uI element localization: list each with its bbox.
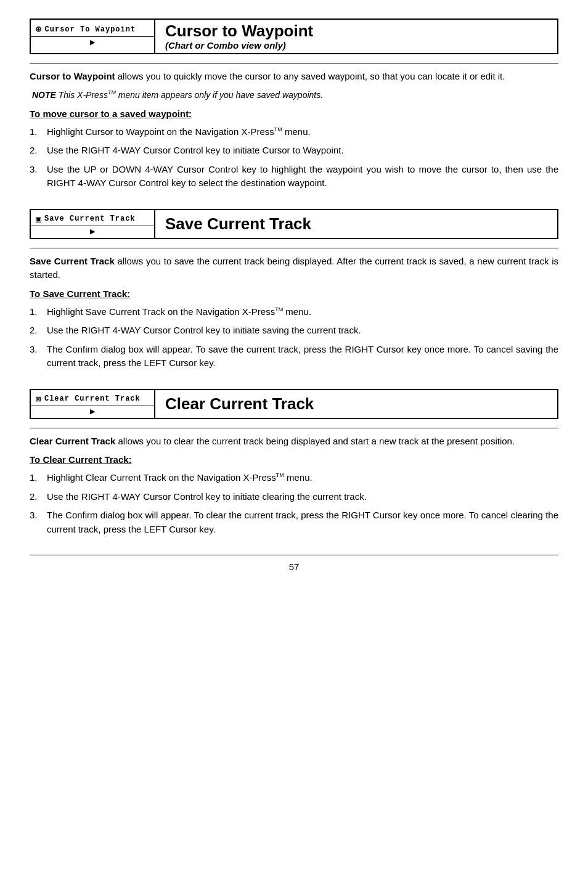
- step-save-2: 2. Use the RIGHT 4-WAY Cursor Control ke…: [30, 324, 558, 338]
- clear-icon-label: Clear Current Track: [44, 394, 141, 403]
- page-number: 57: [30, 555, 558, 572]
- arrow-row-waypoint: ▶: [31, 36, 154, 49]
- steps-list-waypoint: 1. Highlight Cursor to Waypoint on the N…: [30, 125, 558, 190]
- arrow-row-save: ▶: [31, 226, 154, 238]
- clear-icon: ⊠: [36, 394, 41, 404]
- section-title-area-save: Save Current Track: [155, 210, 321, 238]
- steps-list-save: 1. Highlight Save Current Track on the N…: [30, 305, 558, 370]
- right-arrow-icon-save: ▶: [90, 227, 95, 235]
- section-title-save: Save Current Track: [165, 215, 311, 233]
- note-rest-waypoint: This X-PressTM menu item appears only if…: [56, 90, 323, 100]
- section-subtitle-waypoint: (Chart or Combo view only): [165, 40, 313, 51]
- step-waypoint-1: 1. Highlight Cursor to Waypoint on the N…: [30, 125, 558, 139]
- rule-clear: [30, 428, 558, 428]
- note-waypoint: NOTE This X-PressTM menu item appears on…: [32, 89, 558, 100]
- step-clear-1: 1. Highlight Clear Current Track on the …: [30, 471, 558, 485]
- subheading-save: To Save Current Track:: [30, 288, 558, 299]
- rule-save: [30, 248, 558, 248]
- intro-bold-waypoint: Cursor to Waypoint: [30, 71, 115, 81]
- rule-waypoint: [30, 63, 558, 63]
- intro-clear: Clear Current Track allows you to clear …: [30, 435, 558, 449]
- step-save-1: 1. Highlight Save Current Track on the N…: [30, 305, 558, 319]
- step-save-3: 3. The Confirm dialog box will appear. T…: [30, 343, 558, 370]
- step-clear-3: 3. The Confirm dialog box will appear. T…: [30, 508, 558, 536]
- waypoint-icon-label: Cursor To Waypoint: [45, 25, 136, 34]
- intro-waypoint: Cursor to Waypoint allows you to quickly…: [30, 70, 558, 84]
- section-header-waypoint: ⊕ Cursor To Waypoint ▶ Cursor to Waypoin…: [30, 18, 558, 54]
- waypoint-icon: ⊕: [36, 23, 42, 35]
- intro-rest-clear: allows you to clear the current track be…: [115, 436, 515, 446]
- intro-bold-save: Save Current Track: [30, 256, 115, 266]
- section-header-save: ▣ Save Current Track ▶ Save Current Trac…: [30, 209, 558, 239]
- save-current-track-section: ▣ Save Current Track ▶ Save Current Trac…: [30, 209, 558, 370]
- save-icon: ▣: [36, 214, 41, 224]
- section-title-area-waypoint: Cursor to Waypoint (Chart or Combo view …: [155, 20, 323, 53]
- arrow-row-clear: ▶: [31, 406, 154, 418]
- intro-rest-waypoint: allows you to quickly move the cursor to…: [115, 71, 505, 81]
- icon-box-save: ▣ Save Current Track ▶: [31, 210, 155, 238]
- step-waypoint-2: 2. Use the RIGHT 4-WAY Cursor Control ke…: [30, 144, 558, 158]
- subheading-waypoint: To move cursor to a saved waypoint:: [30, 108, 558, 119]
- intro-save: Save Current Track allows you to save th…: [30, 255, 558, 282]
- clear-current-track-section: ⊠ Clear Current Track ▶ Clear Current Tr…: [30, 389, 558, 537]
- section-header-clear: ⊠ Clear Current Track ▶ Clear Current Tr…: [30, 389, 558, 419]
- section-title-waypoint: Cursor to Waypoint: [165, 22, 313, 40]
- cursor-to-waypoint-section: ⊕ Cursor To Waypoint ▶ Cursor to Waypoin…: [30, 18, 558, 190]
- right-arrow-icon-clear: ▶: [90, 407, 95, 415]
- step-clear-2: 2. Use the RIGHT 4-WAY Cursor Control ke…: [30, 490, 558, 504]
- step-waypoint-3: 3. Use the UP or DOWN 4-WAY Cursor Contr…: [30, 163, 558, 190]
- save-icon-label: Save Current Track: [44, 214, 136, 223]
- note-label-waypoint: NOTE: [32, 90, 56, 100]
- icon-box-clear: ⊠ Clear Current Track ▶: [31, 390, 155, 418]
- icon-box-waypoint: ⊕ Cursor To Waypoint ▶: [31, 20, 155, 53]
- steps-list-clear: 1. Highlight Clear Current Track on the …: [30, 471, 558, 536]
- icon-label-save: ▣ Save Current Track: [31, 210, 154, 226]
- section-title-area-clear: Clear Current Track: [155, 390, 324, 418]
- right-arrow-icon-waypoint: ▶: [90, 38, 95, 46]
- subheading-clear: To Clear Current Track:: [30, 454, 558, 465]
- section-title-clear: Clear Current Track: [165, 395, 314, 413]
- intro-bold-clear: Clear Current Track: [30, 436, 115, 446]
- icon-label-clear: ⊠ Clear Current Track: [31, 390, 154, 406]
- icon-label-waypoint: ⊕ Cursor To Waypoint: [31, 20, 154, 36]
